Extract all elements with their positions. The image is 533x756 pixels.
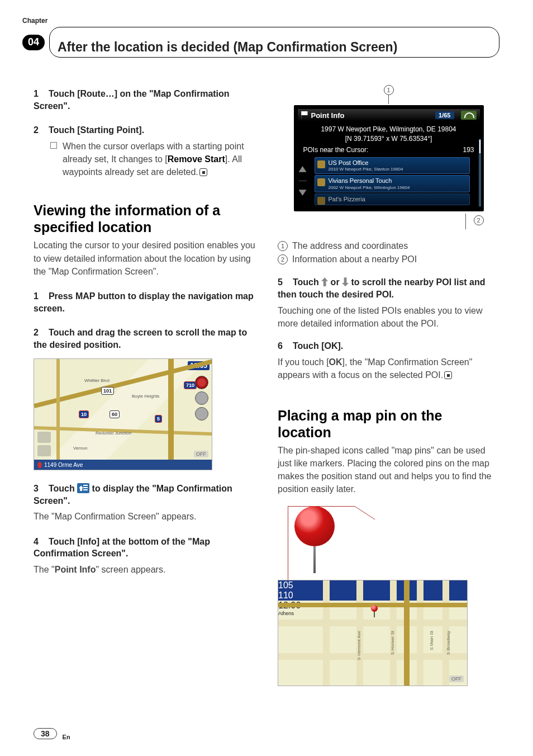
language-code: En: [63, 734, 70, 740]
scroll-divider: [299, 181, 307, 181]
compass-icon: [195, 376, 208, 389]
poi-item: US Post Office 2010 W Newport Pike, Stan…: [315, 157, 470, 174]
scroll-up-icon: [299, 166, 307, 176]
step-1-num: 1: [34, 89, 39, 98]
page-number: 38: [34, 728, 57, 739]
s1-step-4-body-post: " screen appears.: [96, 565, 165, 574]
point-info-titlebar: Point Info 1/65: [298, 109, 480, 121]
map-scroll-figure: 12:05 101 10 60 710 5 Whittier Blvd Boyl…: [34, 358, 212, 470]
street-label: S Main St: [429, 631, 434, 650]
step-2-num: 2: [34, 125, 39, 135]
map-label: Redondo Junction: [96, 431, 132, 436]
map-address: 1149 Orme Ave: [44, 462, 83, 468]
step-5-pre: Touch: [293, 277, 321, 287]
map-pin-stem: [313, 546, 316, 573]
poi-name: Vivians Personal Touch: [329, 177, 466, 185]
s1-step-3-body: The "Map Confirmation Screen" appears.: [34, 510, 255, 523]
chapter-title-pill: After the location is decided (Map Confi…: [49, 27, 499, 58]
poi-scroll-controls: [299, 166, 307, 196]
step-2-note-text: When the cursor overlaps with a starting…: [63, 140, 255, 179]
route-shield: 60: [110, 410, 120, 418]
highway-line: [404, 580, 410, 686]
route-shield: 105: [278, 580, 467, 590]
map-pin-large: [294, 506, 335, 546]
street-line: [278, 620, 467, 626]
callout-legend: 1 The address and coordinates 2 Informat…: [278, 239, 499, 266]
street-line: [417, 580, 423, 686]
section-placing-pin-body: The pin-shaped icons called "map pins" c…: [278, 444, 499, 496]
point-info-title: Point Info: [311, 111, 345, 120]
s1-step-4-body-pre: The ": [34, 565, 55, 574]
step-5: 5Touch or to scroll the nearby POI list …: [278, 276, 499, 300]
map-pin-map: 105 110 12:06 S Vermont Ave S Hoover St …: [278, 580, 468, 686]
poi-sub: 2010 W Newport Pike, Stanton 19804: [329, 167, 466, 172]
off-badge: OFF: [194, 451, 208, 457]
zoom-in-icon: [195, 391, 208, 405]
end-mark-icon: [444, 371, 452, 379]
callout-1: 1: [294, 83, 484, 104]
callout-2-num: 2: [474, 215, 484, 225]
s1-step-2-num: 2: [34, 328, 39, 337]
step-2: 2Touch [Starting Point].: [34, 124, 255, 136]
step-1: 1Touch [Route…] on the "Map Confirmation…: [34, 88, 255, 112]
step-6-text: Touch [OK].: [293, 341, 343, 351]
map-label: Vernon: [73, 446, 87, 451]
s1-step-2: 2Touch and drag the screen to scroll the…: [34, 327, 255, 351]
poi-scrollbar: [479, 139, 481, 206]
step-6-body-pre: If you touch [: [278, 357, 329, 367]
pois-near-row: POIs near the Cursor: 193: [298, 146, 480, 154]
off-badge: OFF: [449, 675, 464, 682]
map-left-controls: [37, 432, 51, 456]
chapter-number-badge: 04: [22, 35, 45, 50]
poi-list: US Post Office 2010 W Newport Pike, Stan…: [315, 157, 470, 206]
map-bottom-bar: 1149 Orme Ave: [34, 460, 212, 470]
map-pin-small: [371, 605, 378, 612]
callout-2-line: [465, 214, 466, 229]
pois-near-label: POIs near the Cursor:: [303, 146, 369, 154]
step-6-num: 6: [278, 341, 283, 351]
page-footer: 38 En: [34, 728, 70, 739]
scroll-down-icon: [299, 186, 307, 196]
chapter-title: After the location is decided (Map Confi…: [58, 40, 488, 55]
point-info-count: 1/65: [435, 111, 454, 119]
poi-item: Pat's Pizzeria: [315, 193, 470, 205]
step-6: 6Touch [OK].: [278, 340, 499, 352]
note-bold: Remove Start: [168, 154, 225, 164]
end-mark-icon: [199, 168, 207, 176]
pin-callout-line: [355, 506, 375, 542]
poi-sub: 2002 W Newport Pike, Wilmington 19804: [329, 185, 466, 191]
map-label: Boyle Heights: [132, 394, 159, 399]
s1-step-4: 4Touch [Info] at the bottom of the "Map …: [34, 536, 255, 560]
step-6-body: If you touch [OK], the "Map Confirmation…: [278, 356, 499, 381]
route-shield: 10: [79, 410, 89, 418]
zoom-out-icon: [195, 407, 208, 420]
addr-line-1: 1997 W Newport Pike, Wilmington, DE 1980…: [298, 125, 480, 134]
legend-text: Information about a nearby POI: [292, 253, 417, 266]
section-viewing-info-body: Locating the cursor to your desired posi…: [34, 239, 255, 278]
map-side-button: [37, 432, 51, 443]
back-icon: [461, 111, 477, 120]
chapter-label: Chapter: [22, 17, 47, 25]
addr-line-2: [N 39.71593° x W 75.63534°]: [298, 134, 480, 144]
menu-icon: [77, 483, 89, 493]
step-2-head: Touch [Starting Point].: [49, 125, 144, 135]
s1-step-3: 3Touch to display the "Map Confirmation …: [34, 483, 255, 507]
point-info-address: 1997 W Newport Pike, Wilmington, DE 1980…: [298, 125, 480, 144]
step-6-body-bold: OK: [329, 357, 342, 367]
route-shield: 101: [101, 387, 114, 395]
callout-2: 2: [294, 214, 484, 229]
s1-step-2-text: Touch and drag the screen to scroll the …: [34, 328, 247, 349]
pois-near-count: 193: [463, 146, 474, 154]
point-info-figure: 1 Point Info 1/65 1997 W Newport Pike, W…: [294, 83, 484, 229]
s1-step-1-num: 1: [34, 291, 39, 301]
chapter-header: 04 After the location is decided (Map Co…: [34, 17, 499, 58]
road-line: [56, 359, 60, 470]
map-right-controls: [195, 376, 208, 420]
callout-1-num: 1: [384, 85, 394, 95]
s1-step-3-pre: Touch: [49, 484, 77, 493]
route-shield: 5: [155, 415, 162, 423]
legend-num: 2: [278, 254, 288, 264]
step-1-text: Touch [Route…] on the "Map Confirmation …: [34, 89, 230, 111]
road-line: [168, 359, 174, 470]
poi-name: Pat's Pizzeria: [329, 196, 466, 203]
